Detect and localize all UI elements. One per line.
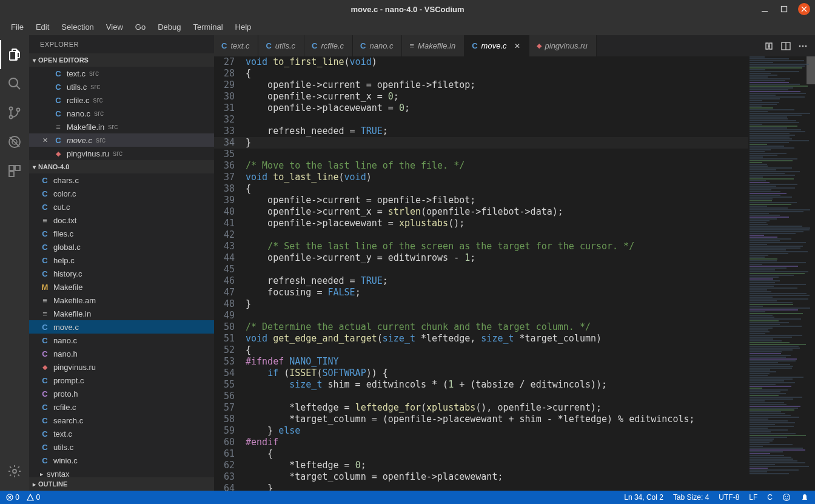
project-file-item[interactable]: Cchars.c (29, 173, 214, 187)
menu-help[interactable]: Help (229, 20, 258, 34)
menu-go[interactable]: Go (129, 20, 152, 34)
code-line[interactable]: *target_column = (openfile->placewewant … (246, 414, 748, 425)
code-line[interactable]: openfile->current = openfile->filetop; (246, 79, 748, 91)
activity-scm-icon[interactable] (0, 98, 29, 127)
code-line[interactable]: void to_last_line(void) (246, 172, 748, 183)
code-line[interactable]: openfile->current_x = 0; (246, 91, 748, 102)
tab-move-c[interactable]: Cmove.c✕ (465, 35, 529, 56)
tab-rcfile-c[interactable]: Crcfile.c (304, 35, 353, 56)
project-file-item[interactable]: ≡doc.txt (29, 213, 214, 227)
code-line[interactable]: } (246, 298, 748, 310)
activity-debug-icon[interactable] (0, 127, 29, 156)
status-tabsize[interactable]: Tab Size: 4 (673, 493, 709, 502)
code-line[interactable]: { (246, 344, 748, 356)
code-line[interactable]: openfile->placewewant = xplustabs(); (246, 218, 748, 229)
code-line[interactable]: *leftedge = leftedge_for(xplustabs(), op… (246, 402, 748, 414)
code-line[interactable]: openfile->current_x = strlen(openfile->f… (246, 206, 748, 218)
project-file-item[interactable]: ▸syntax (29, 467, 214, 477)
project-file-item[interactable]: Chistory.c (29, 267, 214, 280)
open-editor-item[interactable]: Ctext.csrc (29, 67, 214, 80)
status-feedback-icon[interactable] (782, 493, 791, 502)
code-line[interactable] (246, 149, 748, 160)
more-icon[interactable] (798, 41, 808, 51)
close-icon[interactable]: ✕ (40, 136, 50, 144)
menu-file[interactable]: File (5, 20, 30, 34)
menu-debug[interactable]: Debug (152, 20, 187, 34)
project-file-item[interactable]: Ctext.c (29, 427, 214, 440)
project-file-item[interactable]: Cwinio.c (29, 454, 214, 467)
diff-icon[interactable] (764, 41, 774, 51)
code-line[interactable]: #endif (246, 437, 748, 448)
project-file-item[interactable]: Crcfile.c (29, 400, 214, 414)
split-editor-icon[interactable] (781, 41, 791, 51)
project-file-item[interactable]: Ccut.c (29, 200, 214, 213)
code-line[interactable]: if (ISSET(SOFTWRAP)) { (246, 368, 748, 379)
activity-explorer-icon[interactable] (0, 40, 29, 69)
code-line[interactable]: #ifndef NANO_TINY (246, 356, 748, 368)
status-encoding[interactable]: UTF-8 (719, 493, 739, 502)
open-editor-item[interactable]: Crcfile.csrc (29, 93, 214, 107)
project-file-item[interactable]: Csearch.c (29, 414, 214, 427)
editor-body[interactable]: 2728293031323334353637383940414243444546… (214, 56, 815, 491)
status-errors[interactable]: 0 (6, 493, 19, 502)
code-line[interactable] (246, 229, 748, 241)
activity-extensions-icon[interactable] (0, 156, 29, 186)
project-file-item[interactable]: ◆pingvinus.ru (29, 360, 214, 374)
minimize-button[interactable] (759, 4, 770, 15)
project-file-item[interactable]: Cprompt.c (29, 374, 214, 387)
code-line[interactable]: *leftedge = 0; (246, 460, 748, 471)
code-line[interactable]: /* Move to the last line of the file. */ (246, 160, 748, 172)
menu-selection[interactable]: Selection (55, 20, 99, 34)
menu-view[interactable]: View (100, 20, 129, 34)
section-project[interactable]: ▾ NANO-4.0 (29, 160, 214, 173)
code-line[interactable]: /* Determine the actual current chunk an… (246, 321, 748, 333)
project-file-item[interactable]: Cnano.c (29, 334, 214, 347)
code-line[interactable]: void to_first_line(void) (246, 56, 748, 68)
project-file-item[interactable]: ≡Makefile.am (29, 294, 214, 307)
status-eol[interactable]: LF (749, 493, 757, 502)
code-line[interactable]: { (246, 448, 748, 460)
status-bell-icon[interactable] (800, 493, 809, 502)
status-position[interactable]: Ln 34, Col 2 (624, 493, 663, 502)
open-editor-item[interactable]: Cnano.csrc (29, 107, 214, 120)
maximize-button[interactable] (779, 4, 790, 15)
project-file-item[interactable]: Cutils.c (29, 440, 214, 454)
code-line[interactable]: openfile->current = openfile->filebot; (246, 195, 748, 206)
open-editor-item[interactable]: ≡Makefile.insrc (29, 120, 214, 133)
code-line[interactable]: void get_edge_and_target(size_t *leftedg… (246, 333, 748, 344)
code-line[interactable] (246, 391, 748, 402)
project-file-item[interactable]: ≡Makefile.in (29, 307, 214, 320)
status-language[interactable]: C (767, 493, 773, 502)
tab-Makefile-in[interactable]: ≡Makefile.in (402, 35, 465, 56)
project-file-item[interactable]: Cglobal.c (29, 240, 214, 254)
code-line[interactable]: openfile->placewewant = 0; (246, 102, 748, 114)
close-icon[interactable]: ✕ (514, 42, 520, 50)
project-file-item[interactable]: Cmove.c (29, 320, 214, 334)
tab-pingvinus-ru[interactable]: ◆pingvinus.ru (529, 35, 597, 56)
project-file-item[interactable]: Cproto.h (29, 387, 214, 400)
project-file-item[interactable]: Cfiles.c (29, 227, 214, 240)
code-line[interactable]: /* Set the last line of the screen as th… (246, 241, 748, 252)
code-line[interactable]: { (246, 183, 748, 195)
code-line[interactable]: size_t shim = editwincols * (1 + (tabsiz… (246, 379, 748, 391)
activity-search-icon[interactable] (0, 69, 29, 98)
project-file-item[interactable]: Ccolor.c (29, 187, 214, 200)
code-line[interactable]: refresh_needed = TRUE; (246, 126, 748, 137)
tab-utils-c[interactable]: Cutils.c (258, 35, 304, 56)
section-outline[interactable]: ▸ OUTLINE (29, 477, 214, 491)
project-file-item[interactable]: Chelp.c (29, 254, 214, 267)
code-line[interactable]: { (246, 68, 748, 79)
code[interactable]: void to_first_line(void){ openfile->curr… (246, 56, 748, 491)
activity-settings-icon[interactable] (0, 457, 29, 486)
code-line[interactable]: } (246, 483, 748, 491)
minimap[interactable] (748, 56, 815, 491)
code-line[interactable] (246, 310, 748, 321)
open-editor-item[interactable]: ◆pingvinus.rusrc (29, 147, 214, 160)
minimap-scroll-thumb[interactable] (807, 56, 815, 84)
code-line[interactable] (246, 114, 748, 126)
section-open-editors[interactable]: ▾ OPEN EDITORS (29, 53, 214, 67)
code-line[interactable]: refresh_needed = TRUE; (246, 275, 748, 287)
code-line[interactable]: } else (246, 425, 748, 437)
close-button[interactable] (798, 3, 810, 15)
menu-terminal[interactable]: Terminal (187, 20, 229, 34)
